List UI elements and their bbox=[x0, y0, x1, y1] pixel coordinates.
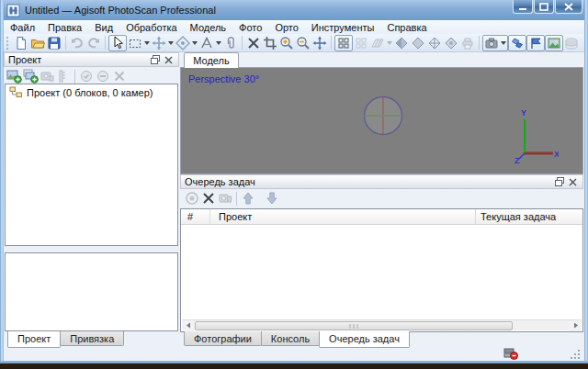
point-cloud-view-icon[interactable] bbox=[334, 35, 353, 51]
menu-item-workflow[interactable]: Обработка bbox=[119, 21, 183, 34]
tab-console[interactable]: Консоль bbox=[261, 331, 320, 346]
attach-icon[interactable] bbox=[222, 35, 239, 51]
navigation-icon[interactable] bbox=[175, 35, 198, 51]
dropdown-arrow[interactable] bbox=[216, 41, 221, 45]
title-bar[interactable]: Untitled — Agisoft PhotoScan Professiona… bbox=[0, 0, 588, 20]
remove-task-icon[interactable] bbox=[200, 190, 217, 207]
toolbar-separator bbox=[331, 36, 332, 50]
perspective-overlay: Perspective 30° bbox=[188, 73, 259, 84]
maximize-button[interactable] bbox=[534, 0, 554, 14]
stack-view-icon[interactable] bbox=[563, 35, 580, 51]
resize-grip[interactable] bbox=[570, 350, 581, 360]
axis-label-z: Z bbox=[514, 156, 520, 164]
dropdown-arrow[interactable] bbox=[168, 41, 174, 45]
menu-item-file[interactable]: Файл bbox=[4, 21, 41, 34]
mesh-view-icon[interactable] bbox=[369, 35, 393, 51]
toolbar-handle[interactable] bbox=[6, 37, 10, 50]
undo-icon[interactable] bbox=[69, 35, 85, 51]
solid-view-icon[interactable] bbox=[410, 35, 426, 51]
toolbar-separator bbox=[236, 192, 237, 206]
axis-label-y: Y bbox=[521, 108, 526, 117]
toolbar-separator bbox=[105, 36, 106, 50]
shaded-view-icon[interactable] bbox=[393, 35, 410, 51]
float-panel-icon[interactable] bbox=[553, 176, 565, 187]
disable-item-icon[interactable] bbox=[95, 68, 111, 84]
add-chunk-icon[interactable] bbox=[6, 68, 22, 84]
menu-item-view[interactable]: Вид bbox=[88, 21, 119, 34]
close-panel-icon[interactable] bbox=[567, 176, 579, 187]
column-current-task[interactable]: Текущая задача bbox=[476, 209, 582, 224]
dropdown-arrow[interactable] bbox=[501, 41, 506, 45]
redo-icon[interactable] bbox=[85, 35, 102, 51]
scroll-right-icon[interactable] bbox=[570, 320, 582, 331]
textured-view-icon[interactable] bbox=[443, 35, 459, 51]
scrollbar-thumb[interactable] bbox=[195, 321, 513, 330]
menu-item-tools[interactable]: Инструменты bbox=[305, 21, 381, 34]
zoom-in-icon[interactable] bbox=[278, 35, 295, 51]
add-marker-icon[interactable] bbox=[39, 68, 55, 84]
workspace-lower-pane[interactable] bbox=[5, 252, 178, 331]
window-border-left bbox=[0, 0, 4, 363]
column-project[interactable]: Проект bbox=[210, 209, 476, 224]
model-viewport[interactable]: Perspective 30° Y X Z bbox=[180, 67, 583, 174]
dropdown-arrow[interactable] bbox=[192, 41, 198, 45]
minimize-button[interactable] bbox=[513, 0, 533, 14]
zoom-out-icon[interactable] bbox=[295, 35, 311, 51]
tab-model[interactable]: Модель bbox=[184, 52, 239, 68]
crop-icon[interactable] bbox=[262, 35, 278, 51]
reset-view-icon[interactable] bbox=[311, 35, 328, 51]
save-project-icon[interactable] bbox=[46, 35, 62, 51]
add-scalebar-icon[interactable] bbox=[55, 68, 72, 84]
dense-cloud-view-icon[interactable] bbox=[353, 35, 369, 51]
tab-workspace[interactable]: Проект bbox=[7, 331, 61, 348]
tree-item-label: Проект (0 блоков, 0 камер) bbox=[27, 87, 153, 98]
task-queue-header: Очередь задач bbox=[180, 174, 583, 189]
menu-item-model[interactable]: Модель bbox=[184, 21, 232, 34]
horizontal-scrollbar[interactable] bbox=[182, 319, 582, 330]
new-project-icon[interactable] bbox=[13, 35, 29, 51]
pause-queue-icon[interactable] bbox=[184, 190, 200, 207]
orthophoto-view-icon[interactable] bbox=[459, 35, 476, 51]
open-project-icon[interactable] bbox=[29, 35, 46, 51]
task-queue-table-body[interactable] bbox=[181, 225, 582, 306]
close-button[interactable] bbox=[555, 0, 582, 14]
menu-item-edit[interactable]: Правка bbox=[41, 21, 88, 34]
menu-item-help[interactable]: Справка bbox=[380, 21, 433, 34]
wireframe-view-icon[interactable] bbox=[426, 35, 443, 51]
ruler-icon[interactable] bbox=[198, 35, 222, 51]
show-cameras-icon[interactable] bbox=[482, 35, 508, 51]
column-number[interactable]: # bbox=[181, 209, 210, 224]
select-tool-icon[interactable] bbox=[108, 35, 127, 51]
remove-item-icon[interactable] bbox=[111, 68, 128, 84]
close-panel-icon[interactable] bbox=[163, 54, 175, 65]
rectangle-selection-icon[interactable] bbox=[127, 35, 151, 51]
delete-selection-icon[interactable] bbox=[245, 35, 262, 51]
show-images-icon[interactable] bbox=[545, 35, 563, 51]
trackball-sphere bbox=[362, 95, 404, 137]
menu-item-ortho[interactable]: Орто bbox=[268, 21, 304, 34]
tab-reference[interactable]: Привязка bbox=[60, 331, 124, 346]
dropdown-arrow[interactable] bbox=[387, 41, 392, 45]
add-photos-icon[interactable] bbox=[22, 68, 39, 84]
dropdown-arrow[interactable] bbox=[144, 41, 150, 45]
task-queue-table-header[interactable]: # Проект Текущая задача bbox=[181, 209, 582, 225]
move-task-down-icon[interactable] bbox=[264, 190, 280, 207]
network-status-icon bbox=[503, 348, 518, 360]
tab-photos[interactable]: Фотографии bbox=[184, 331, 262, 346]
show-markers-icon[interactable] bbox=[508, 35, 526, 51]
move-object-icon[interactable] bbox=[151, 35, 175, 51]
workspace-tree[interactable]: Проект (0 блоков, 0 камер) bbox=[5, 84, 178, 246]
app-window: Untitled — Agisoft PhotoScan Professiona… bbox=[0, 0, 588, 363]
float-panel-icon[interactable] bbox=[149, 54, 161, 65]
menu-item-photo[interactable]: Фото bbox=[232, 21, 268, 34]
scroll-left-icon[interactable] bbox=[182, 320, 194, 331]
task-preview-icon[interactable] bbox=[217, 190, 233, 207]
show-labels-icon[interactable] bbox=[526, 35, 545, 51]
move-task-up-icon[interactable] bbox=[240, 190, 256, 207]
window-border-right bbox=[584, 0, 588, 363]
main-toolbar bbox=[4, 34, 584, 52]
tree-item-project[interactable]: Проект (0 блоков, 0 камер) bbox=[6, 84, 177, 100]
enable-item-icon[interactable] bbox=[78, 68, 95, 84]
workspace-toolbar bbox=[6, 68, 178, 84]
tab-task-queue[interactable]: Очередь задач bbox=[319, 331, 410, 348]
